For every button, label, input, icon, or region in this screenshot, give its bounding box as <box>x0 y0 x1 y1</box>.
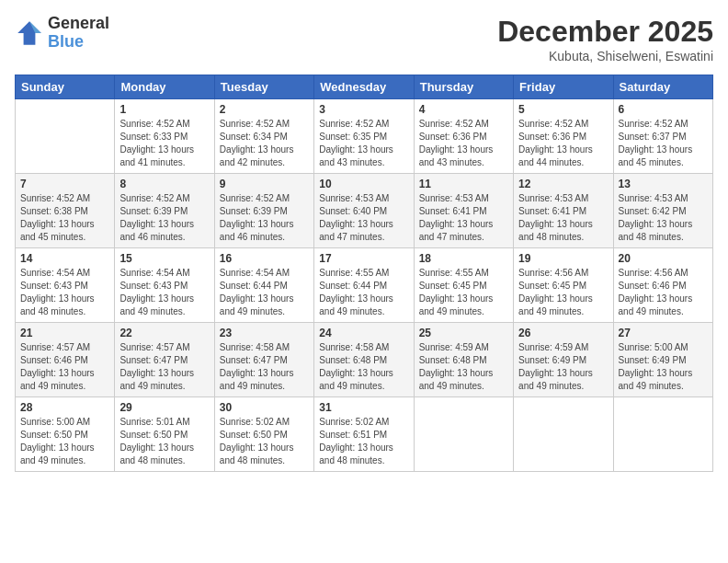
sunset: Sunset: 6:46 PM <box>619 281 687 291</box>
sunset: Sunset: 6:33 PM <box>119 132 188 142</box>
daylight: Daylight: 13 hours and 45 minutes. <box>20 219 95 242</box>
day-number: 13 <box>619 178 708 190</box>
table-row: 31 Sunrise: 5:02 AM Sunset: 6:51 PM Dayl… <box>314 397 414 472</box>
sunset: Sunset: 6:39 PM <box>220 206 288 216</box>
daylight: Daylight: 13 hours and 46 minutes. <box>220 219 294 242</box>
daylight: Daylight: 13 hours and 49 minutes. <box>119 293 194 316</box>
logo-icon <box>15 18 44 48</box>
week-row-1: 1 Sunrise: 4:52 AM Sunset: 6:33 PM Dayli… <box>16 99 713 174</box>
table-row <box>16 99 115 174</box>
sunset: Sunset: 6:36 PM <box>518 132 586 142</box>
day-info: Sunrise: 4:54 AM Sunset: 6:44 PM Dayligh… <box>220 267 309 318</box>
week-row-5: 28 Sunrise: 5:00 AM Sunset: 6:50 PM Dayl… <box>16 397 713 472</box>
table-row: 24 Sunrise: 4:58 AM Sunset: 6:48 PM Dayl… <box>314 323 414 397</box>
header-row: Sunday Monday Tuesday Wednesday Thursday… <box>16 75 713 99</box>
day-number: 21 <box>20 327 109 339</box>
sunrise: Sunrise: 4:54 AM <box>220 268 290 278</box>
month-title: December 2025 <box>497 15 713 49</box>
sunset: Sunset: 6:41 PM <box>419 206 487 216</box>
sunset: Sunset: 6:37 PM <box>619 132 687 142</box>
table-row: 27 Sunrise: 5:00 AM Sunset: 6:49 PM Dayl… <box>613 323 712 397</box>
col-sunday: Sunday <box>16 75 115 99</box>
col-wednesday: Wednesday <box>314 75 414 99</box>
day-number: 22 <box>119 327 209 339</box>
table-row: 19 Sunrise: 4:56 AM Sunset: 6:45 PM Dayl… <box>514 248 613 323</box>
day-number: 20 <box>619 252 708 265</box>
table-row: 23 Sunrise: 4:58 AM Sunset: 6:47 PM Dayl… <box>214 323 313 397</box>
table-row: 26 Sunrise: 4:59 AM Sunset: 6:49 PM Dayl… <box>514 323 613 397</box>
table-row: 20 Sunrise: 4:56 AM Sunset: 6:46 PM Dayl… <box>613 248 712 323</box>
sunset: Sunset: 6:47 PM <box>220 355 288 365</box>
day-number: 23 <box>220 327 309 339</box>
day-info: Sunrise: 4:55 AM Sunset: 6:45 PM Dayligh… <box>419 267 508 318</box>
day-info: Sunrise: 4:55 AM Sunset: 6:44 PM Dayligh… <box>319 267 408 318</box>
daylight: Daylight: 13 hours and 42 minutes. <box>220 144 294 167</box>
table-row: 29 Sunrise: 5:01 AM Sunset: 6:50 PM Dayl… <box>115 397 214 472</box>
sunset: Sunset: 6:34 PM <box>220 132 288 142</box>
logo-text: General Blue <box>48 15 109 52</box>
daylight: Daylight: 13 hours and 49 minutes. <box>220 368 294 391</box>
day-info: Sunrise: 4:58 AM Sunset: 6:47 PM Dayligh… <box>220 341 309 393</box>
sunset: Sunset: 6:50 PM <box>20 430 88 440</box>
logo: General Blue <box>15 15 109 52</box>
daylight: Daylight: 13 hours and 45 minutes. <box>619 144 693 167</box>
day-number: 12 <box>518 178 608 190</box>
day-number: 6 <box>619 103 708 116</box>
daylight: Daylight: 13 hours and 49 minutes. <box>619 368 693 391</box>
day-info: Sunrise: 4:52 AM Sunset: 6:36 PM Dayligh… <box>518 118 608 169</box>
day-number: 27 <box>619 327 708 339</box>
table-row: 14 Sunrise: 4:54 AM Sunset: 6:43 PM Dayl… <box>16 248 115 323</box>
day-info: Sunrise: 5:00 AM Sunset: 6:49 PM Dayligh… <box>619 341 708 393</box>
day-info: Sunrise: 4:58 AM Sunset: 6:48 PM Dayligh… <box>319 341 408 393</box>
day-info: Sunrise: 4:54 AM Sunset: 6:43 PM Dayligh… <box>119 267 209 318</box>
day-info: Sunrise: 4:56 AM Sunset: 6:46 PM Dayligh… <box>619 267 708 318</box>
table-row: 18 Sunrise: 4:55 AM Sunset: 6:45 PM Dayl… <box>414 248 513 323</box>
daylight: Daylight: 13 hours and 49 minutes. <box>518 368 593 391</box>
sunrise: Sunrise: 4:52 AM <box>220 119 290 129</box>
daylight: Daylight: 13 hours and 49 minutes. <box>319 293 393 316</box>
sunrise: Sunrise: 4:54 AM <box>20 268 90 278</box>
day-info: Sunrise: 4:59 AM Sunset: 6:49 PM Dayligh… <box>518 341 608 393</box>
daylight: Daylight: 13 hours and 49 minutes. <box>20 368 95 391</box>
sunrise: Sunrise: 4:56 AM <box>619 268 688 278</box>
daylight: Daylight: 13 hours and 49 minutes. <box>20 442 95 465</box>
daylight: Daylight: 13 hours and 49 minutes. <box>220 293 294 316</box>
sunrise: Sunrise: 4:54 AM <box>119 268 189 278</box>
location: Kubuta, Shiselweni, Eswatini <box>497 49 713 63</box>
sunrise: Sunrise: 4:52 AM <box>20 193 90 203</box>
title-block: December 2025 Kubuta, Shiselweni, Eswati… <box>497 15 713 63</box>
sunrise: Sunrise: 5:02 AM <box>319 417 389 427</box>
table-row: 4 Sunrise: 4:52 AM Sunset: 6:36 PM Dayli… <box>414 99 513 174</box>
daylight: Daylight: 13 hours and 48 minutes. <box>619 219 693 242</box>
sunrise: Sunrise: 4:52 AM <box>220 193 290 203</box>
sunset: Sunset: 6:48 PM <box>319 355 387 365</box>
sunset: Sunset: 6:51 PM <box>319 430 387 440</box>
sunrise: Sunrise: 4:57 AM <box>119 342 189 352</box>
sunrise: Sunrise: 4:55 AM <box>419 268 489 278</box>
col-saturday: Saturday <box>613 75 712 99</box>
daylight: Daylight: 13 hours and 49 minutes. <box>319 368 393 391</box>
table-row <box>613 397 712 472</box>
daylight: Daylight: 13 hours and 47 minutes. <box>419 219 494 242</box>
sunrise: Sunrise: 4:53 AM <box>419 193 489 203</box>
sunset: Sunset: 6:45 PM <box>419 281 487 291</box>
table-row: 25 Sunrise: 4:59 AM Sunset: 6:48 PM Dayl… <box>414 323 513 397</box>
day-number: 1 <box>119 103 209 116</box>
daylight: Daylight: 13 hours and 48 minutes. <box>20 293 95 316</box>
day-info: Sunrise: 5:02 AM Sunset: 6:51 PM Dayligh… <box>319 416 408 467</box>
col-thursday: Thursday <box>414 75 513 99</box>
daylight: Daylight: 13 hours and 48 minutes. <box>119 442 194 465</box>
sunset: Sunset: 6:36 PM <box>419 132 487 142</box>
sunset: Sunset: 6:44 PM <box>220 281 288 291</box>
day-number: 19 <box>518 252 608 265</box>
sunrise: Sunrise: 4:55 AM <box>319 268 389 278</box>
sunrise: Sunrise: 4:53 AM <box>619 193 688 203</box>
table-row: 1 Sunrise: 4:52 AM Sunset: 6:33 PM Dayli… <box>115 99 214 174</box>
logo-line1: General <box>48 15 109 33</box>
day-number: 3 <box>319 103 408 116</box>
day-number: 4 <box>419 103 508 116</box>
sunrise: Sunrise: 4:57 AM <box>20 342 90 352</box>
daylight: Daylight: 13 hours and 49 minutes. <box>419 368 494 391</box>
sunset: Sunset: 6:50 PM <box>119 430 188 440</box>
sunrise: Sunrise: 5:01 AM <box>119 417 189 427</box>
